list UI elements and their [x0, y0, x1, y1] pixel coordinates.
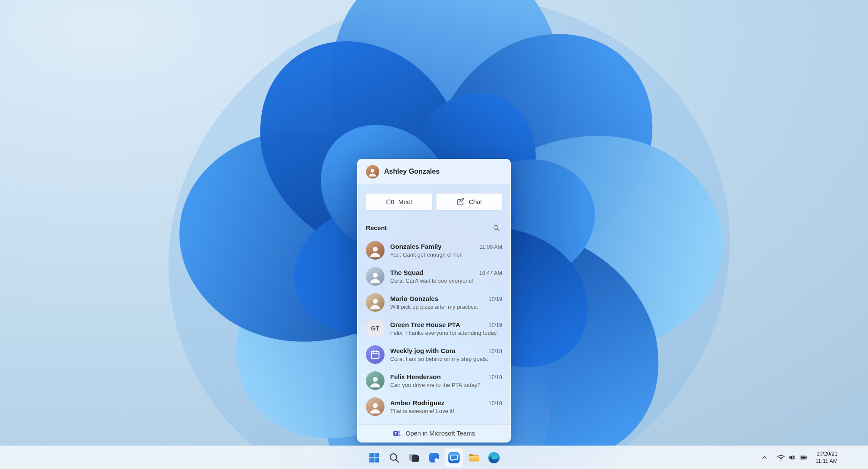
- conversation-item[interactable]: Weekly jog with Cora 10/18 Cora: I am so…: [358, 341, 510, 367]
- conversation-preview: That is awesome! Love it!: [390, 408, 502, 414]
- edge-icon: [487, 451, 500, 464]
- conversation-item[interactable]: GT Green Tree House PTA 10/19 Felix: Tha…: [358, 315, 510, 341]
- conversation-avatar: [366, 397, 385, 416]
- conversation-preview: You: Can't get enough of her.: [390, 251, 502, 258]
- conversation-preview: Felix: Thanks everyone for attending tod…: [390, 330, 502, 336]
- video-camera-icon: [386, 198, 395, 206]
- edge-button[interactable]: [484, 448, 503, 467]
- meet-button-label: Meet: [398, 198, 412, 205]
- recent-title: Recent: [366, 225, 387, 231]
- open-in-teams-button[interactable]: T Open in Microsoft Teams: [358, 424, 510, 442]
- conversation-item[interactable]: Mario Gonzales 10/19 Will pick up pizza …: [358, 289, 510, 315]
- clock-time: 11:11 AM: [815, 458, 838, 465]
- tray-overflow-button[interactable]: [757, 449, 772, 466]
- system-tray: 10/20/21 11:11 AM: [757, 446, 840, 469]
- widgets-button[interactable]: [424, 448, 444, 467]
- conversation-avatar: [366, 293, 385, 312]
- conversation-name: Green Tree House PTA: [390, 321, 460, 328]
- conversation-avatar: [366, 345, 385, 364]
- tray-status-button[interactable]: [774, 449, 811, 466]
- chevron-up-icon: [760, 453, 769, 462]
- conversation-time: 10/18: [489, 400, 502, 406]
- conversation-time: 10:47 AM: [479, 270, 502, 276]
- conversation-time: 10/19: [489, 296, 502, 302]
- task-view-icon: [408, 451, 421, 464]
- conversation-item[interactable]: Amber Rodriguez 10/18 That is awesome! L…: [358, 393, 510, 419]
- conversation-avatar: [366, 267, 385, 286]
- flyout-header: Ashley Gonzales: [358, 159, 510, 184]
- conversation-item[interactable]: Gonzales Family 11:09 AM You: Can't get …: [358, 237, 510, 263]
- person-icon: [368, 271, 382, 284]
- file-explorer-button[interactable]: [464, 448, 483, 467]
- battery-icon: [799, 453, 808, 462]
- taskbar: 10/20/21 11:11 AM: [0, 446, 868, 469]
- conversation-text: Weekly jog with Cora 10/18 Cora: I am so…: [390, 347, 502, 362]
- conversation-name: The Squad: [390, 269, 424, 276]
- chat-button[interactable]: Chat: [436, 193, 503, 210]
- teams-icon: T: [393, 429, 401, 438]
- recent-header: Recent: [358, 217, 510, 237]
- start-button[interactable]: [365, 448, 384, 467]
- conversation-preview: Cora: Can't wait to see everyone!: [390, 277, 502, 284]
- conversation-avatar: [366, 371, 385, 390]
- meet-button[interactable]: Meet: [366, 193, 432, 210]
- teams-chat-flyout: Ashley Gonzales Meet Chat Recent: [357, 159, 511, 443]
- svg-text:T: T: [395, 431, 397, 436]
- taskbar-center-icons: [365, 448, 503, 467]
- volume-icon: [788, 453, 796, 462]
- conversation-item[interactable]: The Squad 10:47 AM Cora: Can't wait to s…: [358, 263, 510, 289]
- conversation-text: Green Tree House PTA 10/19 Felix: Thanks…: [390, 321, 502, 336]
- conversation-name: Amber Rodriguez: [390, 399, 444, 406]
- clock-date: 10/20/21: [815, 450, 838, 458]
- action-buttons: Meet Chat: [358, 184, 510, 217]
- person-icon: [368, 168, 377, 177]
- widgets-icon: [427, 451, 441, 464]
- conversation-preview: Will pick up pizza after my practice.: [390, 304, 502, 310]
- search-button[interactable]: [385, 448, 404, 467]
- conversation-text: Mario Gonzales 10/19 Will pick up pizza …: [390, 295, 502, 310]
- conversation-preview: Cora: I am so behind on my step goals.: [390, 356, 502, 362]
- conversation-name: Mario Gonzales: [390, 295, 438, 302]
- conversation-avatar: [366, 241, 385, 260]
- conversation-name: Gonzales Family: [390, 243, 441, 250]
- conversation-time: 10/19: [489, 322, 502, 328]
- person-icon: [368, 401, 382, 415]
- chat-button-label: Chat: [469, 198, 482, 205]
- conversation-time: 10/18: [489, 348, 502, 354]
- open-in-teams-label: Open in Microsoft Teams: [405, 430, 475, 437]
- conversation-text: The Squad 10:47 AM Cora: Can't wait to s…: [390, 269, 502, 284]
- search-icon: [388, 451, 401, 464]
- conversation-text: Felix Henderson 10/18 Can you drive me t…: [390, 373, 502, 388]
- conversation-item[interactable]: Felix Henderson 10/18 Can you drive me t…: [358, 367, 510, 393]
- conversation-preview: Can you drive me to the PTA today?: [390, 382, 502, 388]
- conversation-list: Gonzales Family 11:09 AM You: Can't get …: [358, 237, 510, 424]
- task-view-button[interactable]: [404, 448, 424, 467]
- conversation-name: Felix Henderson: [390, 373, 441, 380]
- desktop: Ashley Gonzales Meet Chat Recent: [0, 0, 868, 469]
- start-icon: [368, 451, 381, 464]
- chat-button-taskbar[interactable]: [444, 448, 464, 467]
- conversation-avatar-initials: GT: [366, 319, 385, 338]
- calendar-icon: [370, 349, 381, 360]
- conversation-time: 11:09 AM: [480, 244, 502, 250]
- conversation-name: Weekly jog with Cora: [390, 347, 456, 354]
- user-avatar: [366, 165, 379, 178]
- user-name: Ashley Gonzales: [384, 168, 440, 175]
- search-icon: [493, 224, 500, 232]
- conversation-text: Amber Rodriguez 10/18 That is awesome! L…: [390, 399, 502, 414]
- compose-icon: [456, 198, 465, 206]
- search-button[interactable]: [491, 222, 502, 234]
- clock[interactable]: 10/20/21 11:11 AM: [813, 449, 840, 466]
- chat-icon: [447, 451, 460, 464]
- person-icon: [368, 297, 382, 310]
- person-icon: [368, 375, 382, 389]
- conversation-text: Gonzales Family 11:09 AM You: Can't get …: [390, 243, 502, 258]
- file-explorer-icon: [467, 451, 480, 464]
- person-icon: [368, 245, 382, 258]
- conversation-time: 10/18: [489, 374, 502, 380]
- wifi-icon: [777, 453, 785, 462]
